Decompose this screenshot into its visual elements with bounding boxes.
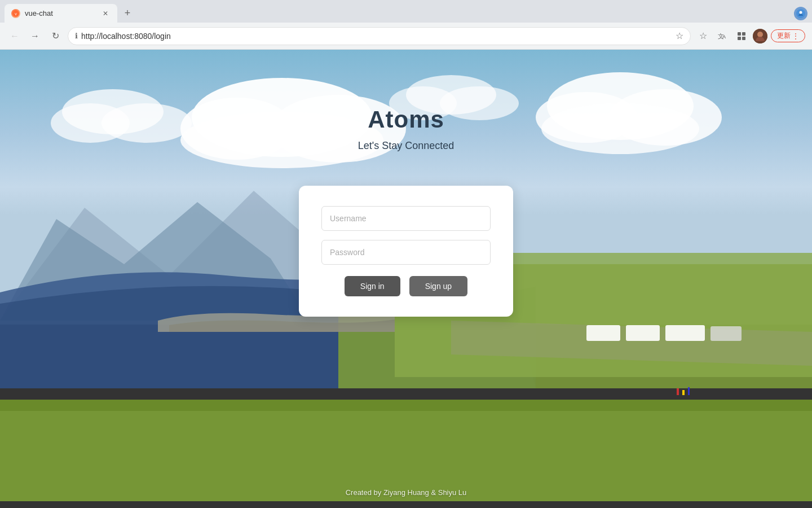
bookmark-manager-icon[interactable]: ☆ [695,28,711,44]
page-overlay: Atoms Let's Stay Connected Sign in Sign … [0,50,812,508]
tab-title: vue-chat [25,9,96,17]
back-button[interactable]: ← [7,28,23,44]
lock-icon: ℹ [75,32,78,40]
username-input[interactable] [321,206,491,231]
forward-button[interactable]: → [27,28,43,44]
url-text: http://localhost:8080/login [81,32,672,41]
address-bar: ← → ↻ ℹ http://localhost:8080/login ☆ ☆ … [0,23,812,50]
update-label: 更新 [777,31,791,41]
reload-button[interactable]: ↻ [47,28,63,44]
url-bar[interactable]: ℹ http://localhost:8080/login ☆ [68,27,691,45]
bookmark-icon[interactable]: ☆ [676,30,683,41]
app-title: Atoms [368,106,444,133]
svg-point-10 [757,32,763,37]
tab-close-button[interactable]: ✕ [100,8,111,19]
extensions-icon[interactable] [734,28,749,44]
user-avatar[interactable] [753,29,767,43]
tab-favicon: v [11,9,20,18]
signup-button[interactable]: Sign up [409,276,467,296]
svg-rect-8 [742,37,745,40]
translate-icon[interactable]: 文 A [714,28,730,44]
browser-frame: v vue-chat ✕ + ← → ↻ ℹ http://localhost:… [0,0,812,508]
svg-text:A: A [722,34,726,40]
app-subtitle: Let's Stay Connected [358,140,454,152]
signin-button[interactable]: Sign in [345,276,400,296]
new-tab-button[interactable]: + [120,5,135,21]
menu-dots: ⋮ [792,32,799,40]
active-tab[interactable]: v vue-chat ✕ [5,4,117,23]
login-card: Sign in Sign up [299,186,513,317]
svg-point-2 [800,11,802,14]
svg-rect-7 [738,37,741,40]
svg-rect-6 [742,32,745,36]
page-content: Atoms Let's Stay Connected Sign in Sign … [0,50,812,508]
login-buttons: Sign in Sign up [321,276,491,296]
toolbar-right: ☆ 文 A [695,28,805,44]
password-input[interactable] [321,240,491,265]
update-button[interactable]: 更新 ⋮ [771,29,805,42]
svg-rect-5 [738,32,741,36]
tab-bar-right [794,7,807,23]
tab-bar: v vue-chat ✕ + [0,0,812,23]
footer-text: Created by Ziyang Huang & Shiyu Lu [346,488,467,497]
svg-text:v: v [15,12,17,16]
chrome-profile[interactable] [794,7,807,20]
